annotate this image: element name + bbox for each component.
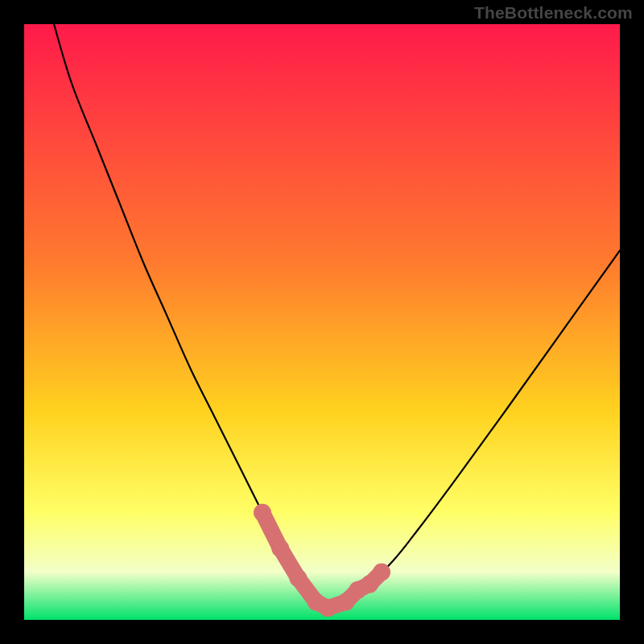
gradient-background [24, 24, 620, 620]
valley-marker-dot [271, 539, 289, 557]
valley-marker-dot [254, 504, 271, 522]
chart-frame: TheBottleneck.com [0, 0, 644, 644]
chart-svg [24, 24, 620, 620]
valley-marker-dot [373, 564, 390, 581]
valley-marker-dot [289, 569, 307, 587]
plot-area [24, 24, 620, 620]
watermark-text: TheBottleneck.com [474, 3, 633, 23]
valley-marker-dot [319, 599, 336, 617]
